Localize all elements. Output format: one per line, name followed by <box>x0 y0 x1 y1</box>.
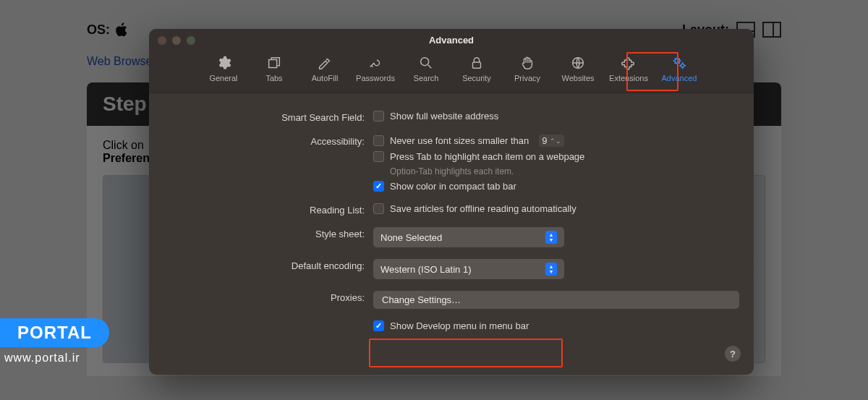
encoding-value: Western (ISO Latin 1) <box>380 264 471 275</box>
tab-tabs[interactable]: Tabs <box>249 52 299 85</box>
checkbox-icon <box>373 111 384 122</box>
window-title: Advanced <box>429 35 474 46</box>
key-icon <box>367 55 383 71</box>
zoom-icon[interactable] <box>187 36 195 45</box>
puzzle-icon <box>621 55 637 71</box>
preferences-toolbar: General Tabs AutoFill Passwords Search S… <box>149 49 754 93</box>
cb-develop-menu[interactable]: Show Develop menu in menu bar <box>373 320 739 331</box>
chevron-updown-icon: ▴▾ <box>545 231 557 244</box>
font-size-value: 9 <box>542 135 547 146</box>
preferences-window: Advanced General Tabs AutoFill Passwords… <box>149 29 754 375</box>
close-icon[interactable] <box>158 36 166 45</box>
portal-url: www.portal.ir <box>0 352 109 365</box>
checkbox-checked-icon <box>373 320 384 331</box>
svg-rect-1 <box>473 62 481 68</box>
font-size-stepper[interactable]: 9 ⌃⌄ <box>539 135 564 147</box>
checkbox-icon <box>373 135 384 146</box>
cb-tab-highlight[interactable]: Press Tab to highlight each item on a we… <box>373 151 739 162</box>
gears-icon <box>671 55 687 71</box>
tab-search[interactable]: Search <box>401 52 451 85</box>
tab-security[interactable]: Security <box>451 52 502 85</box>
cb-full-address[interactable]: Show full website address <box>373 111 739 122</box>
tab-privacy-label: Privacy <box>514 74 540 82</box>
svg-point-0 <box>421 58 429 66</box>
lock-icon <box>469 55 485 71</box>
tab-advanced[interactable]: Advanced <box>654 52 705 85</box>
checkbox-icon <box>373 203 384 214</box>
tab-general[interactable]: General <box>198 52 249 85</box>
cb-offline-reading-label: Save articles for offline reading automa… <box>390 203 576 214</box>
cb-font-size-label: Never use font sizes smaller than <box>390 135 529 146</box>
encoding-label: Default encoding: <box>163 259 373 271</box>
tab-general-label: General <box>209 74 237 82</box>
help-button[interactable]: ? <box>725 346 741 362</box>
tabs-icon <box>266 55 282 71</box>
window-traffic-lights[interactable] <box>158 36 195 45</box>
accessibility-label: Accessibility: <box>163 135 373 147</box>
change-settings-button[interactable]: Change Settings… <box>373 291 739 309</box>
globe-icon <box>570 55 586 71</box>
cb-tab-highlight-label: Press Tab to highlight each item on a we… <box>390 151 584 162</box>
tab-search-label: Search <box>414 74 439 82</box>
tab-passwords-label: Passwords <box>356 74 395 82</box>
window-titlebar: Advanced <box>149 29 754 49</box>
portal-badge: PORTAL <box>0 318 109 347</box>
option-tab-hint: Option-Tab highlights each item. <box>390 166 739 176</box>
svg-point-4 <box>681 64 684 67</box>
proxies-label: Proxies: <box>163 291 373 303</box>
cb-full-address-label: Show full website address <box>390 111 498 122</box>
style-sheet-value: None Selected <box>380 232 442 243</box>
tab-privacy[interactable]: Privacy <box>502 52 553 85</box>
chevron-updown-icon: ⌃⌄ <box>550 137 561 145</box>
svg-point-3 <box>675 59 679 63</box>
tab-security-label: Security <box>462 74 491 82</box>
hand-icon <box>519 55 535 71</box>
search-icon <box>418 55 434 71</box>
checkbox-checked-icon <box>373 181 384 192</box>
minimize-icon[interactable] <box>172 36 181 45</box>
tab-extensions-label: Extensions <box>609 74 648 82</box>
chevron-updown-icon: ▴▾ <box>545 263 557 276</box>
style-sheet-label: Style sheet: <box>163 227 373 239</box>
tab-websites[interactable]: Websites <box>553 52 603 85</box>
cb-compact-color[interactable]: Show color in compact tab bar <box>373 181 739 192</box>
tab-autofill[interactable]: AutoFill <box>299 52 350 85</box>
encoding-select[interactable]: Western (ISO Latin 1) ▴▾ <box>373 259 564 279</box>
gear-icon <box>216 55 231 71</box>
cb-develop-menu-label: Show Develop menu in menu bar <box>390 320 529 331</box>
cb-font-size[interactable]: Never use font sizes smaller than 9 ⌃⌄ <box>373 135 739 147</box>
tab-advanced-label: Advanced <box>662 74 697 82</box>
reading-list-label: Reading List: <box>163 203 373 216</box>
cb-compact-color-label: Show color in compact tab bar <box>390 181 516 192</box>
tab-extensions[interactable]: Extensions <box>603 52 654 85</box>
tab-websites-label: Websites <box>561 74 594 82</box>
checkbox-icon <box>373 151 384 162</box>
cb-offline-reading[interactable]: Save articles for offline reading automa… <box>373 203 739 214</box>
tab-tabs-label: Tabs <box>265 74 282 82</box>
tab-passwords[interactable]: Passwords <box>350 52 401 85</box>
smart-search-label: Smart Search Field: <box>163 111 373 123</box>
style-sheet-select[interactable]: None Selected ▴▾ <box>373 227 564 247</box>
pencil-icon <box>317 55 333 71</box>
tab-autofill-label: AutoFill <box>312 74 339 82</box>
